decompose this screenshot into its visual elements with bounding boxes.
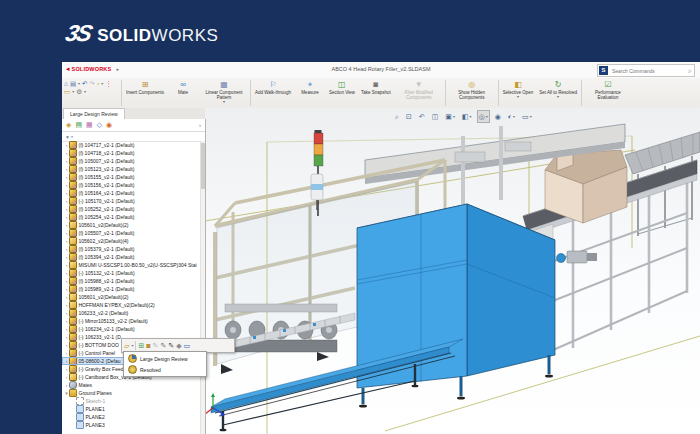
view-orientation-button[interactable]: ▣▾ bbox=[443, 110, 457, 123]
selective-open-button[interactable]: ◧Selective Open▾ bbox=[500, 78, 537, 108]
rebuild-traffic-light-icon[interactable]: ⋮ bbox=[105, 80, 112, 87]
tree-item[interactable]: ›(f) 105988_v2-1 (Default) bbox=[62, 277, 201, 285]
tree-item[interactable]: ›(f) 105164_v2-1 (Default) bbox=[62, 189, 201, 197]
tree-item[interactable]: ›105601_v2(Default)(2) bbox=[62, 221, 201, 229]
tree-item[interactable]: ›(f) 105156_v2-1 (Default) bbox=[62, 181, 201, 189]
tree-item[interactable]: ›105601_v2(Default)(2) bbox=[62, 293, 201, 301]
tree-item-label: 105602_v2(Default)(4) bbox=[79, 238, 129, 244]
tree-item[interactable]: PLANE1 bbox=[62, 405, 201, 413]
tree-item[interactable]: ›(f) 105394_v2-1 (Default) bbox=[62, 253, 201, 261]
tree-item[interactable]: ›(f) 104717_v2-1 (Default) bbox=[62, 141, 201, 149]
dropdown-arrow-icon[interactable]: ▾ bbox=[530, 114, 532, 119]
dropdown-arrow-icon[interactable]: ▾ bbox=[513, 114, 515, 119]
tree-item[interactable]: ›(f) 105155_v2-1 (Default) bbox=[62, 173, 201, 181]
menu-item-resolved[interactable]: Resolved bbox=[124, 364, 206, 375]
filter-icon[interactable]: ▼ bbox=[65, 134, 70, 140]
dropdown-arrow-icon[interactable]: ▾ bbox=[453, 114, 455, 119]
tree-item[interactable]: Sketch-1 bbox=[62, 397, 201, 405]
featuremanager-tree-tab-icon[interactable]: ◈ bbox=[66, 121, 71, 129]
tree-item[interactable]: ›105602_v2(Default)(4) bbox=[62, 237, 201, 245]
dropdown-arrow-icon[interactable]: ▾ bbox=[557, 95, 559, 99]
new-document-icon[interactable]: ▫ bbox=[97, 80, 99, 87]
section-view-button[interactable]: ◫ bbox=[430, 110, 441, 123]
zoom-to-area-button[interactable]: ⊡ bbox=[404, 110, 414, 123]
home-icon[interactable]: ⌂ bbox=[64, 80, 68, 87]
dropdown-arrow-icon[interactable]: ▾ bbox=[470, 114, 472, 119]
mate-button[interactable]: ∞Mate bbox=[167, 78, 199, 108]
show-hidden-components-button[interactable]: ◎Show Hidden Components bbox=[447, 78, 497, 108]
tree-item[interactable]: ›HOFFMAN EYPBX_v2(Default)(2) bbox=[62, 301, 201, 309]
dropdown-arrow-icon[interactable]: ▾ bbox=[486, 114, 488, 119]
tree-item[interactable]: ›(f) 105989_v2-1 (Default) bbox=[62, 285, 201, 293]
tree-item[interactable]: PLANE3 bbox=[62, 421, 201, 429]
pen-icon[interactable]: ✎ bbox=[160, 342, 166, 350]
dropdown-arrow-icon[interactable]: ▾ bbox=[101, 80, 103, 87]
linear-component-pattern-button[interactable]: ▦Linear Component Pattern▾ bbox=[199, 78, 249, 108]
zoom-to-fit-button[interactable]: ⌕ bbox=[393, 110, 401, 123]
options-icon[interactable]: ⚙ bbox=[76, 88, 82, 95]
vertical-scrollbar[interactable] bbox=[200, 141, 205, 434]
panel-tabs-expand-icon[interactable]: › bbox=[199, 122, 201, 128]
tree-item[interactable]: PLANE2 bbox=[62, 413, 201, 421]
section-view-button[interactable]: ◫Section View bbox=[326, 78, 358, 108]
edit-appearance-button[interactable]: ◉ bbox=[493, 110, 503, 123]
redo-icon[interactable]: ↷ bbox=[90, 80, 95, 87]
tower-light-green bbox=[314, 155, 323, 166]
search-icon[interactable]: ⌕ bbox=[688, 67, 692, 75]
blue-cabinet[interactable] bbox=[357, 204, 555, 408]
tree-item[interactable]: ›(-) Mirror105133_v2-2 (Default) bbox=[62, 317, 201, 325]
hide-show-items-button[interactable]: ◎▾ bbox=[477, 110, 490, 123]
set-all-to-resolved-button[interactable]: ↻Set All to Resolved▾ bbox=[536, 78, 580, 108]
open-with-dropdown-icon[interactable]: ▱ bbox=[124, 342, 129, 350]
tree-item[interactable]: ›(-) 105132_v2-1 (Default) bbox=[62, 269, 201, 277]
tree-item[interactable]: ▾Ground Planes bbox=[62, 389, 201, 397]
apply-scene-button[interactable]: ◐▾ bbox=[506, 110, 517, 123]
dropdown-arrow-icon[interactable]: ▾ bbox=[84, 88, 86, 95]
tree-item[interactable]: ›(-) 106234_v2-1 (Default) bbox=[62, 325, 201, 333]
appearance-icon[interactable]: ◙ bbox=[146, 342, 150, 350]
display-style-button[interactable]: ◧▾ bbox=[460, 110, 474, 123]
tree-item[interactable]: ›106233_v2-2 (Default) bbox=[62, 309, 201, 317]
previous-view-button[interactable]: ↶ bbox=[417, 110, 427, 123]
dropdown-arrow-icon[interactable]: ▾ bbox=[78, 80, 80, 87]
menu-item-large-design-review[interactable]: Large Design Review bbox=[124, 353, 206, 364]
tree-item[interactable]: ›(f) 105507_v2-1 (Default) bbox=[62, 229, 201, 237]
search-commands-input[interactable] bbox=[610, 67, 688, 75]
performance-evaluation-button[interactable]: ☑Performance Evaluation bbox=[583, 78, 633, 108]
filter-dropdown-icon[interactable]: ▾ bbox=[71, 134, 73, 139]
view-settings-button[interactable]: ▭▾ bbox=[520, 110, 534, 123]
pen-dark-icon[interactable]: ✎ bbox=[168, 342, 174, 350]
tab-large-design-review[interactable]: Large Design Review bbox=[63, 108, 125, 119]
save-icon[interactable]: ▤ bbox=[70, 80, 76, 87]
tree-item[interactable]: ›(-) 105170_v2-1 (Default) bbox=[62, 197, 201, 205]
dropdown-arrow-icon[interactable]: ▾ bbox=[72, 88, 74, 95]
undo-icon[interactable]: ↶ bbox=[82, 80, 87, 87]
tree-item[interactable]: ›(f) 105007_v2-1 (Default) bbox=[62, 157, 201, 165]
dropdown-arrow-icon[interactable]: ▾ bbox=[517, 95, 519, 99]
displaymanager-tab-icon[interactable]: ◉ bbox=[106, 121, 112, 129]
tree-item[interactable]: ›(f) 105379_v2-1 (Default) bbox=[62, 245, 201, 253]
configurationmanager-tab-icon[interactable]: ▦ bbox=[86, 121, 93, 129]
material-icon[interactable]: ◆ bbox=[176, 342, 181, 350]
tree-item[interactable]: ›(f) 104718_v2-1 (Default) bbox=[62, 149, 201, 157]
take-snapshot-button[interactable]: ◙Take Snapshot bbox=[358, 78, 394, 108]
tree-item[interactable]: ›(f) 105254_v2-1 (Default) bbox=[62, 213, 201, 221]
dropdown-arrow-icon[interactable]: ▾ bbox=[131, 343, 133, 348]
pen-light-icon[interactable]: ✎ bbox=[153, 342, 159, 350]
insert-components-button[interactable]: ⊞Insert Components bbox=[123, 78, 167, 108]
tree-item[interactable]: ›(f) 105252_v2-1 (Default) bbox=[62, 205, 201, 213]
tree-item[interactable]: ›(f) 105123_v2-1 (Default) bbox=[62, 165, 201, 173]
tree-item[interactable]: ›MISUMI U-SSCSP1.00-B0.50_v2(U-SSCSP)304… bbox=[62, 261, 201, 269]
search-commands-box[interactable]: S ⌕ bbox=[597, 64, 695, 77]
dimxpertmanager-tab-icon[interactable]: ◇ bbox=[97, 121, 102, 129]
dropdown-arrow-icon[interactable]: ▾ bbox=[223, 100, 225, 104]
propertymanager-tab-icon[interactable]: ▤ bbox=[75, 121, 82, 129]
tree-item[interactable]: ›Mates bbox=[62, 381, 201, 389]
scrollbar-thumb[interactable] bbox=[201, 143, 205, 189]
add-walk-through-button[interactable]: ⚐Add Walk-through bbox=[252, 78, 294, 108]
graphics-viewport[interactable]: ⌕⊡↶◫▣▾◧▾◎▾◉◐▾▭▾ bbox=[205, 108, 700, 434]
display-states-icon[interactable]: ▭ bbox=[184, 342, 191, 350]
measure-button[interactable]: ⌖Measure bbox=[294, 78, 326, 108]
insert-component-icon[interactable]: ⊞ bbox=[138, 342, 144, 350]
open-folder-icon[interactable]: ▭ bbox=[64, 88, 70, 95]
